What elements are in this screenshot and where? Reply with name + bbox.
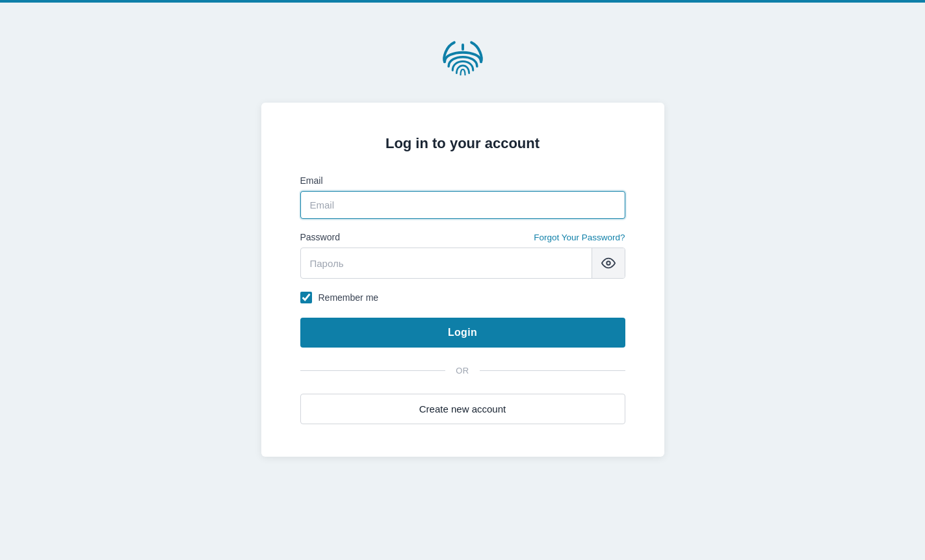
forgot-password-link[interactable]: Forgot Your Password? [534,233,625,242]
fingerprint-icon [440,35,486,81]
card-title: Log in to your account [300,135,625,152]
email-group: Email [300,175,625,219]
toggle-password-button[interactable] [592,248,625,278]
login-card: Log in to your account Email Password Fo… [261,103,664,457]
or-divider: OR [300,366,625,375]
password-input-wrapper [300,248,625,279]
svg-point-0 [606,261,610,265]
top-bar [0,0,925,3]
or-line-right [480,370,625,371]
eye-icon [601,256,616,270]
email-input[interactable] [300,191,625,219]
create-account-button[interactable]: Create new account [300,394,625,424]
remember-me-checkbox[interactable] [300,292,312,303]
login-button[interactable]: Login [300,318,625,348]
or-text: OR [456,366,469,375]
password-row: Password Forgot Your Password? [300,232,625,242]
logo-container [440,35,486,83]
remember-me-row: Remember me [300,292,625,303]
or-line-left [300,370,446,371]
password-group: Password Forgot Your Password? [300,232,625,279]
remember-me-label[interactable]: Remember me [319,292,379,303]
password-label: Password [300,232,340,242]
email-label: Email [300,175,625,186]
password-input[interactable] [301,250,592,277]
